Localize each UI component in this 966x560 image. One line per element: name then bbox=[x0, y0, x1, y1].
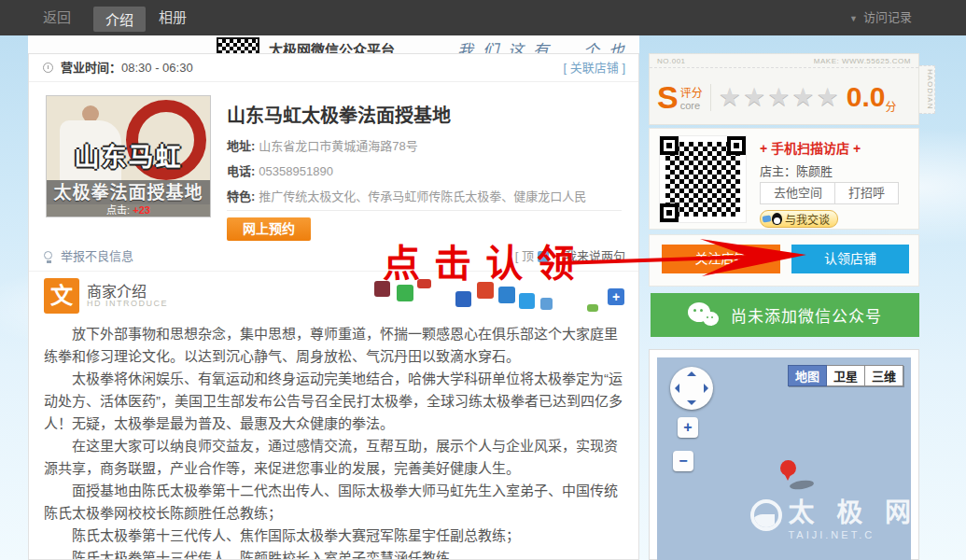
tab-album[interactable]: 相册 bbox=[159, 0, 187, 35]
pan-down-icon[interactable] bbox=[687, 400, 696, 405]
business-hours: 营业时间：08:30 - 06:30 bbox=[61, 54, 193, 81]
visit-space-button[interactable]: 去他空间 bbox=[760, 182, 836, 204]
pan-right-icon[interactable] bbox=[704, 384, 708, 393]
score-s-letter: S bbox=[657, 81, 679, 113]
map-type-satellite[interactable]: 卫星 bbox=[827, 365, 865, 386]
share-icon-qzone[interactable] bbox=[498, 287, 515, 303]
shop-detail-card: 营业时间：08:30 - 06:30 [ 关联店铺 ] 山东马虹 太极拳法面授基… bbox=[28, 53, 639, 560]
map-type-3d[interactable]: 三维 bbox=[865, 365, 903, 386]
owner-line: 店主：陈颜胜 bbox=[760, 161, 833, 179]
bulb-icon bbox=[44, 251, 52, 259]
owner-panel: + 手机扫描访店 + 店主：陈颜胜 去他空间 打招呼 与我交谈 bbox=[649, 128, 919, 230]
score-panel: NO.001 MAKE: WWW.55625.COM S 评分 core ★★★… bbox=[649, 53, 919, 125]
add-comment-link[interactable]: 我来说两句 bbox=[565, 244, 625, 270]
online-booking-button[interactable]: 网上预约 bbox=[227, 217, 311, 241]
score-unit: 分 bbox=[886, 98, 897, 114]
taiji-logo-icon bbox=[750, 499, 782, 531]
intro-paragraph: 陈氏太极拳第十三代传人、焦作国际太极拳大赛冠军陈星宇任副总教练； bbox=[44, 525, 625, 547]
follow-shop-button[interactable]: 关注店铺 bbox=[662, 245, 780, 273]
watermark-cn: 太 极 网 bbox=[788, 499, 911, 527]
share-icon-wechat[interactable] bbox=[397, 285, 413, 301]
divider bbox=[227, 210, 622, 211]
wechat-status-text: 尚未添加微信公众号 bbox=[731, 303, 882, 327]
map-type-switcher: 地图 卫星 三维 bbox=[788, 365, 903, 386]
share-icon-weibo[interactable] bbox=[417, 279, 431, 288]
card-header: 营业时间：08:30 - 06:30 [ 关联店铺 ] bbox=[29, 54, 638, 82]
map-pin-icon bbox=[780, 460, 796, 476]
report-bad-info-link[interactable]: 举报不良信息 bbox=[61, 244, 133, 270]
shop-photo-thumbnail[interactable]: 山东马虹 太极拳法面授基地 点击: +23 bbox=[46, 95, 211, 217]
pan-up-icon[interactable] bbox=[687, 371, 696, 376]
qr-finder bbox=[660, 203, 679, 222]
star-icon[interactable]: ★ bbox=[817, 83, 841, 111]
actions-panel: 关注店铺 认领店铺 bbox=[649, 234, 919, 287]
share-icon-baidu[interactable] bbox=[477, 282, 494, 299]
chevron-down-icon: ▼ bbox=[849, 14, 858, 23]
shop-qr-code bbox=[659, 135, 747, 223]
rating-stars: ★★★★★ bbox=[719, 82, 841, 112]
map-pan-control[interactable] bbox=[670, 367, 713, 410]
features-line: 特色:推广传统太极文化、传承马虹师传陈氏太极拳、健康龙口人民 bbox=[227, 187, 586, 204]
section-subtitle: HD INTRODUCE bbox=[87, 299, 168, 308]
related-shops-link[interactable]: [ 关联店铺 ] bbox=[564, 54, 625, 81]
qr-finder bbox=[727, 136, 746, 155]
owner-name: 陈颜胜 bbox=[796, 164, 833, 178]
map-canvas[interactable]: + − 地图 卫星 三维 太 极 网 TAIJI.NET.C bbox=[657, 357, 911, 560]
map-watermark: 太 极 网 TAIJI.NET.C bbox=[750, 499, 911, 540]
intro-paragraph: 放下外部事物和思想杂念，集中思想，尊师重道，怀揣一颗感恩心在俱乐部这个大家庭里练… bbox=[44, 323, 625, 368]
score-make: MAKE: WWW.55625.COM bbox=[814, 57, 911, 65]
chat-bubble-icon bbox=[763, 215, 772, 222]
upvote-link-fragment[interactable]: [ 顶 bbox=[515, 244, 534, 270]
pan-left-icon[interactable] bbox=[675, 384, 679, 393]
photo-click-count: 点击: +23 bbox=[47, 204, 210, 217]
say-hello-button[interactable]: 打招呼 bbox=[834, 182, 899, 204]
intro-paragraph: 在这里大家可以纳良师交益友，通过感情交流，互帮互助，展示个人与企业风采，实现资源… bbox=[44, 435, 625, 480]
share-more-plus-icon[interactable]: + bbox=[608, 288, 624, 305]
shop-introduction-text: 放下外部事物和思想杂念，集中思想，尊师重道，怀揣一颗感恩心在俱乐部这个大家庭里练… bbox=[44, 323, 625, 560]
phone-line: 电话:05358951890 bbox=[227, 161, 333, 179]
wechat-status-banner: 尚未添加微信公众号 bbox=[651, 293, 919, 337]
map-zoom-out-button[interactable]: − bbox=[673, 451, 693, 471]
watermark-en: TAIJI.NET.C bbox=[788, 529, 911, 540]
score-row: S 评分 core ★★★★★ 0.0 分 bbox=[657, 75, 913, 119]
star-icon[interactable]: ★ bbox=[719, 83, 743, 111]
claim-shop-button[interactable]: 认领店铺 bbox=[791, 245, 909, 273]
top-navigation-bar: 返回 介绍 相册 ▼访问记录 bbox=[0, 0, 966, 35]
intro-paragraph: 陈氏太极拳第十三代传人、陈颜胜校长入室弟子栾慧涵任教练。 bbox=[44, 547, 625, 560]
qr-finder bbox=[660, 136, 679, 155]
comment-icon bbox=[538, 251, 549, 262]
address-line: 地址:山东省龙口市黄城通海路78号 bbox=[227, 136, 418, 154]
qq-chat-button[interactable]: 与我交谈 bbox=[760, 210, 838, 228]
map-panel: + − 地图 卫星 三维 太 极 网 TAIJI.NET.C bbox=[649, 349, 919, 560]
visit-history-dropdown[interactable]: ▼访问记录 bbox=[849, 0, 912, 36]
shop-title: 山东马虹太极拳法面授基地 bbox=[227, 101, 451, 128]
wechat-icon bbox=[688, 302, 720, 329]
map-zoom-in-button[interactable]: + bbox=[678, 417, 698, 438]
share-icon-kaixin[interactable] bbox=[540, 298, 553, 310]
tab-intro[interactable]: 介绍 bbox=[93, 7, 146, 32]
clock-icon bbox=[43, 63, 53, 73]
qq-penguin-icon bbox=[772, 213, 782, 225]
map-pin-shadow bbox=[790, 479, 815, 491]
score-label: 评分 core bbox=[680, 84, 711, 111]
share-icon-renren[interactable] bbox=[455, 291, 471, 307]
star-icon[interactable]: ★ bbox=[743, 83, 767, 111]
map-type-map[interactable]: 地图 bbox=[788, 365, 827, 386]
star-icon[interactable]: ★ bbox=[767, 83, 791, 111]
intro-paragraph: 面授基地由陈氏太极拳第十二代杰出传人、国际太极拳大师马虹先生入室弟子、中国传统陈… bbox=[44, 480, 625, 525]
haodian-side-tab: HAODIAN bbox=[919, 65, 935, 114]
chat-button-label: 与我交谈 bbox=[785, 211, 830, 227]
share-icon-more-green[interactable] bbox=[587, 304, 598, 312]
intro-paragraph: 太极拳将休闲娱乐、有氧运动和终身运动完美地结合，哈佛大学科研单位将太极拳定为“运… bbox=[44, 368, 625, 435]
score-value: 0.0 bbox=[847, 81, 886, 113]
score-no: NO.001 bbox=[657, 57, 686, 65]
score-meta-row: NO.001 MAKE: WWW.55625.COM bbox=[650, 54, 918, 68]
star-icon[interactable]: ★ bbox=[791, 83, 816, 111]
photo-overlay-title: 山东马虹 bbox=[47, 137, 210, 174]
photo-overlay-subtitle: 太极拳法面授基地 bbox=[47, 180, 210, 206]
share-icon-douban[interactable] bbox=[374, 281, 390, 297]
scan-to-visit-title: + 手机扫描访店 + bbox=[760, 138, 861, 157]
back-button[interactable]: 返回 bbox=[43, 0, 71, 35]
share-icon-tencent-weibo[interactable] bbox=[519, 293, 535, 309]
section-wen-icon: 文 bbox=[44, 278, 79, 314]
